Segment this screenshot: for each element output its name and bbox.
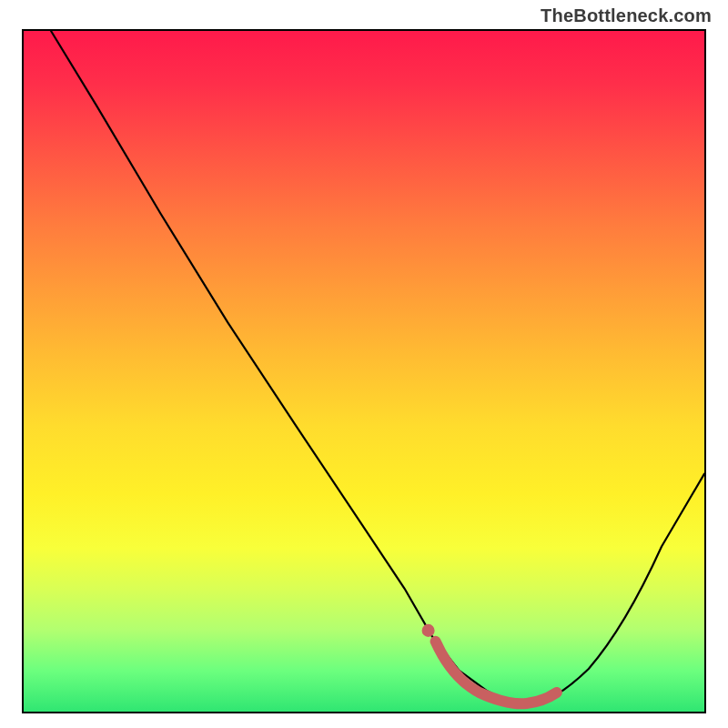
highlight-dot bbox=[422, 624, 435, 637]
attribution-text: TheBottleneck.com bbox=[541, 5, 712, 26]
bottleneck-curve bbox=[51, 31, 704, 703]
bottleneck-curve-svg bbox=[24, 31, 704, 712]
highlight-segment bbox=[436, 642, 557, 703]
plot-area bbox=[22, 29, 706, 713]
chart-container: TheBottleneck.com bbox=[0, 0, 728, 728]
